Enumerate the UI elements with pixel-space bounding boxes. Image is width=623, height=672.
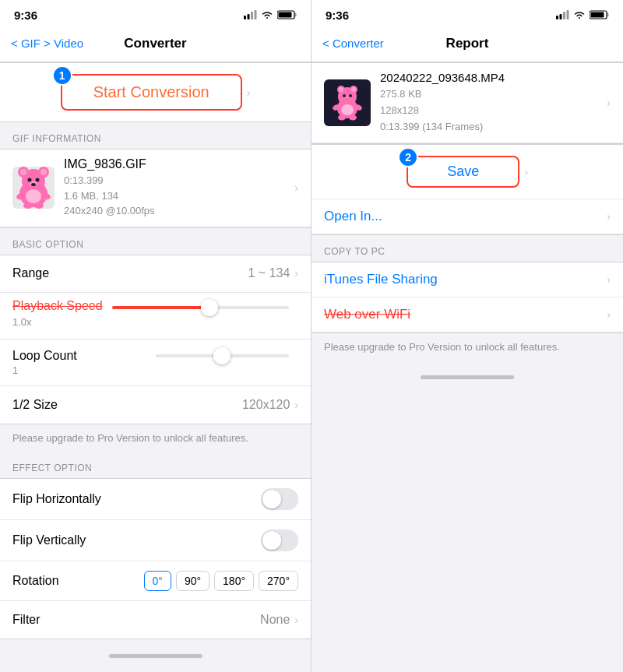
battery-icon [277,10,297,19]
range-row[interactable]: Range 1 ~ 134 › [0,255,311,293]
upgrade-notice-right: Please upgrade to Pro Version to unlock … [312,333,623,361]
badge-1: 1 [52,65,72,86]
rotation-row[interactable]: Rotation 0° 90° 180° 270° [0,561,311,601]
filter-row[interactable]: Filter None › [0,601,311,639]
filter-label: Filter [12,613,260,627]
gif-thumbnail [12,167,55,209]
copy-to-pc-header: COPY TO PC [312,235,623,262]
left-back-button[interactable]: < GIF > Video [11,37,83,50]
report-filename: 20240222_093648.MP4 [380,71,602,84]
svg-point-16 [31,183,36,186]
svg-point-34 [351,87,356,92]
loop-label: Loop Count [12,349,146,363]
start-conversion-label: Start Conversion [93,83,209,101]
left-home-indicator [109,654,202,658]
svg-rect-6 [279,12,292,18]
basic-option-group: Range 1 ~ 134 › Playback Speed 1.0x [0,255,311,424]
report-file-chevron: › [607,97,611,109]
gif-info-section-header: GIF INFORMATION [0,122,311,149]
loop-count-row[interactable]: Loop Count 1 [0,340,311,386]
right-wifi-icon [573,10,586,19]
upgrade-notice-basic: Please upgrade to Pro Version to unlock … [0,424,311,452]
left-time: 9:36 [14,9,37,22]
svg-rect-3 [255,10,257,19]
half-size-chevron: › [294,399,298,411]
svg-rect-23 [560,14,562,19]
svg-rect-1 [248,14,250,19]
flip-v-row[interactable]: Flip Vertically [0,520,311,561]
svg-point-20 [23,202,33,209]
open-in-chevron: › [607,210,611,223]
svg-point-44 [349,115,357,121]
flip-v-toggle[interactable] [261,530,298,551]
wifi-icon [261,10,273,19]
flip-h-row[interactable]: Flip Horizontally [0,479,311,520]
right-nav-title: Report [446,36,489,51]
save-chevron: › [524,166,528,178]
badge-2: 2 [398,147,418,167]
rotation-270-button[interactable]: 270° [259,571,298,591]
rotation-180-button[interactable]: 180° [214,571,254,591]
itunes-chevron: › [607,273,611,286]
save-button[interactable]: 2 Save [407,156,519,188]
range-chevron: › [294,267,298,280]
left-panel: 9:36 < GIF > Video Converter [0,0,312,672]
gif-info-row[interactable]: IMG_9836.GIF 0:13.399 1.6 MB, 134 240x24… [0,150,311,227]
svg-point-13 [28,178,32,182]
flip-h-label: Flip Horizontally [12,492,261,506]
rotation-options: 0° 90° 180° 270° [144,571,299,591]
report-file-dims: 128x128 [380,103,602,119]
svg-rect-24 [563,12,565,19]
left-nav-title: Converter [124,36,186,51]
half-size-label: 1/2 Size [12,398,242,412]
playback-slider[interactable] [112,306,289,309]
open-in-label: Open In... [324,209,602,224]
right-signal-icon [556,10,569,19]
svg-rect-27 [607,13,609,17]
svg-rect-5 [295,13,297,17]
right-panel: 9:36 < Converter Report [312,0,623,672]
bear-thumb-icon [14,167,53,209]
copy-to-pc-group: iTunes File Sharing › Web over WiFi › [312,262,623,333]
gif-info-chevron: › [294,181,298,194]
svg-point-12 [40,169,47,175]
svg-rect-28 [591,12,604,18]
gif-dims: 240x240 @10.00fps [64,203,290,219]
playback-speed-row[interactable]: Playback Speed 1.0x [0,293,311,340]
web-wifi-row[interactable]: Web over WiFi › [312,297,623,332]
rotation-90-button[interactable]: 90° [176,571,209,591]
playback-label: Playback Speed [12,299,103,313]
itunes-row[interactable]: iTunes File Sharing › [312,262,623,297]
svg-point-40 [341,104,354,115]
save-row[interactable]: 2 Save › [312,145,623,199]
report-thumbnail [324,79,371,126]
rotation-0-button[interactable]: 0° [144,571,171,591]
range-label: Range [12,266,248,280]
svg-point-33 [339,87,343,92]
web-wifi-chevron: › [607,308,611,321]
gif-info-group: IMG_9836.GIF 0:13.399 1.6 MB, 134 240x24… [0,149,311,228]
effect-section-header: EFFECT OPTION [0,452,311,478]
svg-rect-0 [244,16,246,19]
effect-option-group: Flip Horizontally Flip Vertically Rotati… [0,478,311,639]
gif-size: 1.6 MB, 134 [64,188,290,204]
open-in-row[interactable]: Open In... › [312,199,623,234]
svg-rect-2 [251,12,253,19]
flip-h-toggle[interactable] [261,488,298,510]
report-file-row[interactable]: 20240222_093648.MP4 275.8 KB 128x128 0:1… [312,63,623,143]
start-conversion-button[interactable]: 1 Start Conversion [61,74,242,111]
half-size-row[interactable]: 1/2 Size 120x120 › [0,386,311,424]
half-size-value: 120x120 [242,398,290,412]
start-conversion-row[interactable]: 1 Start Conversion › [0,62,311,122]
gif-info-text: IMG_9836.GIF 0:13.399 1.6 MB, 134 240x24… [64,157,290,219]
svg-rect-22 [556,16,558,19]
report-info-text: 20240222_093648.MP4 275.8 KB 128x128 0:1… [380,71,602,135]
filter-value: None [260,613,290,627]
loop-slider[interactable] [156,354,290,357]
report-thumb-icon [326,81,369,125]
right-battery-icon [590,10,609,19]
left-nav-bar: < GIF > Video Converter [0,28,311,62]
gif-duration: 0:13.399 [64,173,290,188]
right-back-button[interactable]: < Converter [322,37,384,50]
right-home-indicator [421,375,514,379]
